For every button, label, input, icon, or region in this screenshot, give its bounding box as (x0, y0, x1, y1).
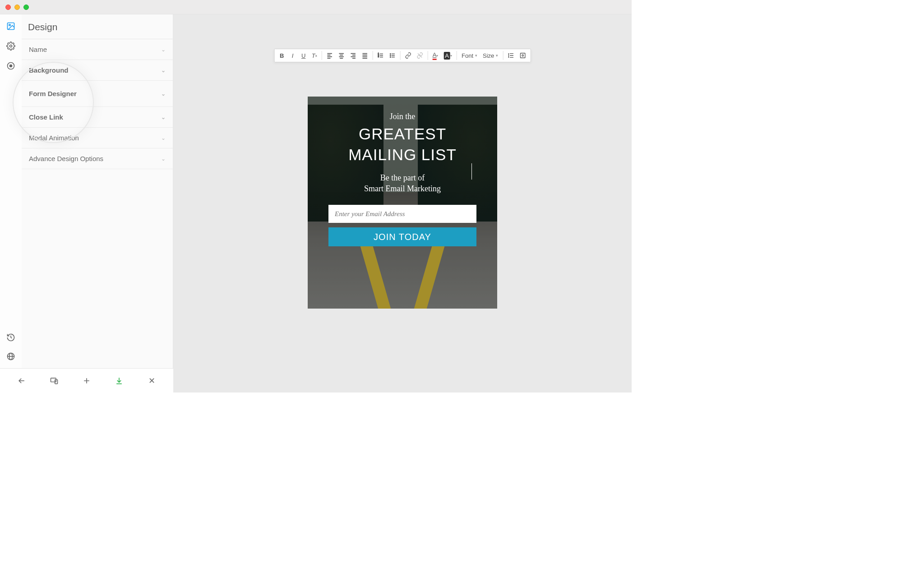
close-window-icon[interactable] (5, 5, 11, 10)
chevron-down-icon: ⌄ (161, 46, 166, 53)
rich-text-toolbar: B I U Tx 123 A▾ A▾ Font▾ Siz (274, 49, 531, 62)
chevron-down-icon: ⌄ (161, 91, 166, 97)
bottom-toolbar: ✕ (0, 368, 173, 393)
separator (322, 51, 322, 60)
app-window: Design Name ⌄ Background ⌄ Form Designer… (0, 0, 632, 393)
bold-button[interactable]: B (277, 49, 287, 62)
chevron-down-icon: ⌄ (161, 67, 166, 74)
section-list: Name ⌄ Background ⌄ Form Designer ⌄ Clos… (22, 39, 173, 169)
section-label: Background (29, 66, 69, 74)
design-sidebar: Design Name ⌄ Background ⌄ Form Designer… (22, 14, 173, 393)
modal-subline-1[interactable]: Be the part of (323, 172, 482, 183)
section-label: Advance Design Options (29, 155, 103, 162)
chevron-down-icon: ⌄ (161, 156, 166, 162)
join-button[interactable]: JOIN TODAY (328, 227, 476, 246)
clear-format-button[interactable]: Tx (309, 49, 320, 62)
unlink-button[interactable] (414, 49, 426, 62)
modal-subline-2[interactable]: Smart Email Marketing (323, 183, 482, 194)
section-close-link[interactable]: Close Link ⌄ (22, 107, 173, 128)
svg-point-11 (390, 55, 391, 56)
unordered-list-button[interactable] (387, 49, 398, 62)
italic-button[interactable]: I (287, 49, 298, 62)
delete-button[interactable]: ✕ (145, 374, 158, 387)
svg-point-12 (390, 57, 391, 58)
align-center-button[interactable] (336, 49, 347, 62)
size-dropdown[interactable]: Size▾ (480, 49, 501, 62)
device-preview-button[interactable] (48, 374, 60, 387)
modal-preline[interactable]: Join the (323, 112, 482, 121)
chevron-down-icon: ⌄ (161, 135, 166, 141)
separator (503, 51, 503, 60)
image-tab-icon[interactable] (6, 22, 15, 31)
modal-content: Join the GREATEST MAILING LIST Be the pa… (308, 97, 497, 262)
globe-icon[interactable] (6, 352, 15, 361)
modal-preview[interactable]: Join the GREATEST MAILING LIST Be the pa… (308, 97, 497, 309)
history-icon[interactable] (6, 333, 15, 342)
link-button[interactable] (402, 49, 414, 62)
section-label: Name (29, 46, 47, 53)
editor-canvas[interactable]: B I U Tx 123 A▾ A▾ Font▾ Siz (173, 14, 632, 393)
font-dropdown[interactable]: Font▾ (459, 49, 480, 62)
background-color-button[interactable]: A▾ (441, 49, 455, 62)
svg-point-1 (9, 24, 10, 26)
svg-text:3: 3 (378, 55, 379, 58)
separator (373, 51, 373, 60)
section-label: Modal Animation (29, 134, 79, 142)
section-name[interactable]: Name ⌄ (22, 39, 173, 60)
svg-point-4 (10, 65, 12, 67)
target-tab-icon[interactable] (6, 61, 15, 70)
separator (400, 51, 401, 60)
modal-headline-1[interactable]: GREATEST (323, 125, 482, 143)
text-color-button[interactable]: A▾ (430, 49, 441, 62)
separator (457, 51, 457, 60)
svg-rect-13 (520, 53, 525, 58)
settings-tab-icon[interactable] (6, 42, 15, 51)
chevron-down-icon: ⌄ (161, 114, 166, 120)
underline-button[interactable]: U (298, 49, 309, 62)
maximize-window-icon[interactable] (23, 5, 29, 10)
svg-point-14 (522, 55, 524, 56)
section-form-designer[interactable]: Form Designer ⌄ (22, 81, 173, 107)
sidebar-title: Design (22, 14, 173, 39)
section-advance-design[interactable]: Advance Design Options ⌄ (22, 148, 173, 169)
section-modal-animation[interactable]: Modal Animation ⌄ (22, 128, 173, 148)
window-titlebar (0, 0, 632, 14)
source-button[interactable] (517, 49, 528, 62)
align-left-button[interactable] (324, 49, 336, 62)
size-label: Size (483, 52, 494, 59)
text-caret (471, 163, 472, 180)
font-label: Font (462, 52, 473, 59)
svg-point-10 (390, 54, 391, 55)
align-justify-button[interactable] (359, 49, 371, 62)
icon-rail (0, 14, 22, 393)
section-label: Close Link (29, 113, 63, 121)
add-button[interactable] (80, 374, 93, 387)
section-background[interactable]: Background ⌄ (22, 60, 173, 81)
ordered-list-button[interactable]: 123 (375, 49, 387, 62)
modal-headline-2[interactable]: MAILING LIST (323, 146, 482, 164)
download-button[interactable] (113, 374, 125, 387)
email-input[interactable] (328, 205, 476, 223)
svg-point-2 (10, 45, 12, 47)
minimize-window-icon[interactable] (14, 5, 20, 10)
section-label: Form Designer (29, 90, 77, 97)
align-right-button[interactable] (347, 49, 359, 62)
line-height-button[interactable] (505, 49, 517, 62)
separator (428, 51, 428, 60)
back-button[interactable] (15, 374, 28, 387)
